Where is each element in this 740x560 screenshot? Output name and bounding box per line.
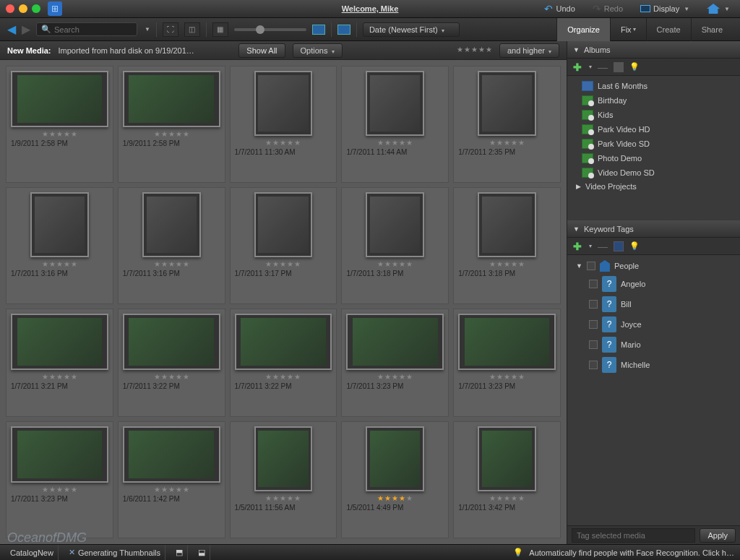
rating-stars[interactable]: ★★★★★: [42, 373, 77, 381]
tag-input[interactable]: [572, 528, 695, 543]
thumbnail-item[interactable]: ★★★★★1/7/2011 3:16 PM: [6, 187, 113, 304]
status-icon-2[interactable]: ⬓: [194, 545, 210, 560]
thumbnail-image[interactable]: [366, 426, 424, 491]
rating-stars[interactable]: ★★★★★: [489, 260, 525, 268]
thumbnail-image[interactable]: [235, 314, 332, 370]
view-single-icon[interactable]: [337, 25, 350, 35]
chevron-down-icon[interactable]: ▾: [589, 243, 592, 249]
face-icon[interactable]: [614, 241, 624, 251]
thumbnail-item[interactable]: ★★★★★1/7/2011 2:35 PM: [453, 66, 561, 183]
add-tag-button[interactable]: ✚: [573, 241, 582, 252]
options-button[interactable]: Options ▾: [293, 43, 343, 58]
checkbox[interactable]: [589, 340, 598, 349]
thumbnail-item[interactable]: ★★★★★1/9/2011 2:58 PM: [118, 66, 225, 183]
tab-create[interactable]: Create: [646, 18, 691, 41]
display-button[interactable]: Display▼: [636, 3, 694, 14]
albums-header[interactable]: ▼Albums: [567, 41, 740, 59]
rating-mode-select[interactable]: and higher ▾: [499, 43, 559, 58]
rating-stars[interactable]: ★★★★★: [154, 486, 189, 494]
tab-share[interactable]: Share: [691, 18, 733, 41]
tags-header[interactable]: ▼Keyword Tags: [567, 220, 740, 238]
rating-stars[interactable]: ★★★★★: [265, 139, 301, 147]
thumbnail-image[interactable]: [478, 71, 536, 136]
tag-item[interactable]: ?Mario: [567, 335, 740, 355]
thumbnail-image[interactable]: [30, 192, 89, 257]
thumbnail-item[interactable]: ★★★★★1/7/2011 3:21 PM: [6, 309, 113, 417]
album-item[interactable]: Park Video SD: [567, 137, 740, 151]
thumbnail-item[interactable]: ★★★★★1/7/2011 3:22 PM: [118, 309, 225, 417]
thumbnail-image[interactable]: [458, 314, 556, 370]
thumbnail-item[interactable]: ★★★★★1/7/2011 3:16 PM: [118, 187, 225, 304]
search-input[interactable]: [54, 25, 143, 34]
rating-stars[interactable]: ★★★★★: [265, 373, 301, 381]
thumbnail-image[interactable]: [123, 426, 220, 483]
album-item[interactable]: Last 6 Months: [567, 79, 740, 93]
rating-stars[interactable]: ★★★★★: [265, 494, 301, 502]
album-item[interactable]: Park Video HD: [567, 122, 740, 137]
thumbnail-item[interactable]: ★★★★★1/5/2011 11:56 AM: [230, 421, 337, 538]
album-item[interactable]: Birthday: [567, 93, 740, 108]
rating-stars[interactable]: ★★★★★: [489, 494, 525, 502]
slider-thumb[interactable]: [256, 25, 264, 34]
welcome-link[interactable]: Welcome, Mike: [342, 4, 399, 13]
rating-stars[interactable]: ★★★★★: [154, 260, 189, 268]
thumbnail-item[interactable]: ★★★★★1/7/2011 3:23 PM: [341, 309, 449, 417]
checkbox[interactable]: [587, 262, 595, 270]
catalog-status[interactable]: CatalogNew: [6, 545, 59, 560]
thumbnail-image[interactable]: [366, 71, 424, 136]
thumbnail-item[interactable]: ★★★★★1/7/2011 3:18 PM: [341, 187, 449, 304]
rating-stars[interactable]: ★★★★★: [154, 373, 189, 381]
hint-icon[interactable]: 💡: [629, 241, 640, 251]
checkbox[interactable]: [589, 280, 598, 288]
rating-stars[interactable]: ★★★★★: [42, 486, 77, 494]
rating-stars[interactable]: ★★★★★: [489, 139, 525, 147]
task-status[interactable]: ✕Generating Thumbnails: [64, 545, 165, 560]
album-item[interactable]: Kids: [567, 108, 740, 122]
zoom-icon[interactable]: [32, 4, 40, 13]
thumbnail-image[interactable]: [254, 71, 313, 136]
rating-stars[interactable]: ★★★★★: [489, 373, 525, 381]
people-category[interactable]: ▼ People: [567, 258, 740, 274]
rating-filter[interactable]: ★★★★★: [457, 46, 492, 53]
thumbnail-item[interactable]: ★★★★★1/1/2011 3:42 PM: [453, 421, 561, 538]
tab-fix[interactable]: Fix ▾: [610, 18, 646, 41]
tag-item[interactable]: ?Angelo: [567, 274, 740, 294]
add-album-button[interactable]: ✚: [573, 61, 582, 73]
thumbnail-image[interactable]: [11, 71, 108, 127]
album-item[interactable]: Photo Demo: [567, 151, 740, 165]
rating-stars[interactable]: ★★★★★: [154, 130, 189, 138]
thumbnail-image[interactable]: [254, 426, 313, 491]
thumbnail-image[interactable]: [123, 71, 220, 127]
rating-stars[interactable]: ★★★★★: [42, 260, 77, 268]
rating-stars[interactable]: ★★★★★: [377, 373, 413, 381]
thumbnail-image[interactable]: [254, 192, 313, 257]
thumbnail-item[interactable]: ★★★★★1/6/2011 1:42 PM: [118, 421, 225, 538]
apply-button[interactable]: Apply: [700, 528, 736, 543]
edit-album-icon[interactable]: [614, 62, 624, 72]
rating-stars[interactable]: ★★★★★: [377, 260, 413, 268]
thumbnail-image[interactable]: [366, 192, 424, 257]
rating-stars[interactable]: ★★★★★: [377, 494, 413, 502]
redo-button[interactable]: ↷Redo: [588, 1, 627, 16]
hint-icon[interactable]: 💡: [629, 62, 640, 72]
checkbox[interactable]: [589, 361, 598, 369]
thumbnail-item[interactable]: ★★★★★1/7/2011 3:22 PM: [230, 309, 337, 417]
home-button[interactable]: ▼: [702, 2, 734, 15]
thumbnail-image[interactable]: [478, 192, 536, 257]
chevron-down-icon[interactable]: ▾: [589, 64, 592, 70]
video-projects-item[interactable]: ▶Video Projects: [567, 180, 740, 193]
checkbox[interactable]: [589, 320, 598, 329]
thumbnail-item[interactable]: ★★★★★1/7/2011 11:30 AM: [230, 66, 337, 183]
thumb-size-slider[interactable]: [234, 28, 306, 31]
checkbox[interactable]: [589, 300, 598, 309]
search-options-icon[interactable]: ▼: [145, 26, 150, 33]
thumbnail-item[interactable]: ★★★★★1/7/2011 3:23 PM: [6, 421, 113, 538]
tab-organize[interactable]: Organize: [556, 18, 610, 41]
thumbnail-image[interactable]: [478, 426, 536, 491]
thumbnail-image[interactable]: [346, 314, 444, 370]
view-thumb-large-icon[interactable]: [312, 25, 325, 35]
rating-stars[interactable]: ★★★★★: [377, 139, 413, 147]
show-all-button[interactable]: Show All: [238, 43, 285, 58]
tag-item[interactable]: ?Joyce: [567, 314, 740, 335]
search-field[interactable]: 🔍: [36, 22, 137, 36]
